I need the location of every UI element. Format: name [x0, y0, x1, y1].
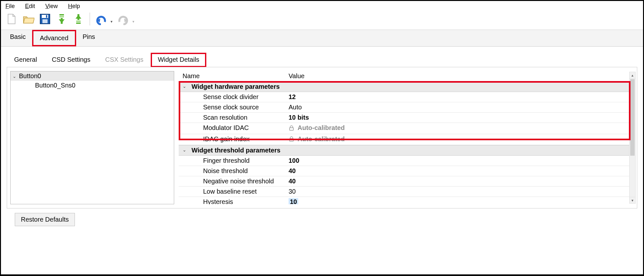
row-negative-noise-threshold[interactable]: Negative noise threshold 40 — [179, 176, 634, 187]
param-label: Sense clock divider — [179, 92, 285, 102]
param-value[interactable]: 40 — [285, 166, 634, 176]
menu-help[interactable]: Help — [68, 3, 80, 10]
row-sense-clock-source[interactable]: Sense clock source Auto — [179, 102, 634, 113]
content-area: General CSD Settings CSX Settings Widget… — [1, 47, 643, 214]
scroll-up-icon[interactable]: ▴ — [630, 72, 635, 78]
restore-defaults-button[interactable]: Restore Defaults — [15, 213, 75, 226]
param-value[interactable]: 100 — [285, 156, 634, 166]
tree-node-label: Button0 — [19, 72, 41, 80]
app-window: File Edit View Help ▾ ▾ Basic — [0, 0, 644, 276]
import-arrow-icon[interactable] — [55, 12, 68, 26]
param-label: Low baseline reset — [179, 187, 285, 197]
param-value: Auto-calibrated — [285, 123, 634, 134]
toolbar-separator — [90, 13, 90, 25]
tab-general[interactable]: General — [7, 52, 44, 67]
row-finger-threshold[interactable]: Finger threshold 100 — [179, 156, 634, 166]
grid-header-name: Name — [179, 71, 285, 81]
group-label: Widget hardware parameters — [179, 82, 285, 92]
param-value: Auto-calibrated — [285, 134, 634, 145]
group-hardware-parameters[interactable]: ⌄ Widget hardware parameters — [179, 81, 634, 92]
param-label: Scan resolution — [179, 113, 285, 123]
tree-node-label: Button0_Sns0 — [35, 82, 76, 89]
widget-details-panel: ⌄ Button0 Button0_Sns0 Name Value ⌄ — [7, 67, 637, 208]
param-label: Noise threshold — [179, 166, 285, 176]
chevron-down-icon[interactable]: ⌄ — [183, 147, 186, 152]
vertical-scrollbar[interactable]: ▴ ▾ — [629, 72, 636, 204]
chevron-down-icon[interactable]: ⌄ — [183, 84, 186, 89]
grid-body: ⌄ Widget hardware parameters Sense clock… — [179, 81, 634, 204]
tree-node-button0-sns0[interactable]: Button0_Sns0 — [11, 81, 174, 90]
property-grid: Name Value ⌄ Widget hardware parameters … — [179, 71, 634, 204]
lock-icon — [289, 136, 294, 142]
param-value[interactable]: 10 bits — [285, 113, 634, 123]
grid-header-value: Value — [285, 71, 634, 81]
param-label: IDAC gain index — [179, 134, 285, 145]
row-scan-resolution[interactable]: Scan resolution 10 bits — [179, 113, 634, 123]
tree-node-button0[interactable]: ⌄ Button0 — [11, 71, 174, 81]
new-file-icon[interactable] — [5, 12, 18, 26]
toolbar: ▾ ▾ — [1, 11, 643, 30]
param-value[interactable]: Auto — [285, 102, 634, 112]
svg-rect-7 — [76, 21, 81, 22]
tab-advanced[interactable]: Advanced — [32, 30, 76, 46]
row-sense-clock-divider[interactable]: Sense clock divider 12 — [179, 92, 634, 102]
outer-tab-bar: Basic Advanced Pins — [1, 30, 643, 47]
svg-rect-6 — [76, 23, 81, 24]
row-idac-gain-index[interactable]: IDAC gain index Auto-calibrated — [179, 134, 634, 145]
param-label: Finger threshold — [179, 156, 285, 166]
param-value[interactable]: 10 — [285, 197, 634, 204]
menubar: File Edit View Help — [1, 1, 643, 11]
row-low-baseline-reset[interactable]: Low baseline reset 30 — [179, 187, 634, 197]
menu-edit[interactable]: Edit — [25, 3, 35, 10]
svg-rect-3 — [46, 15, 47, 18]
tab-widget-details[interactable]: Widget Details — [151, 53, 206, 67]
save-icon[interactable] — [38, 12, 52, 26]
param-label: Negative noise threshold — [179, 176, 285, 186]
param-label: Modulator IDAC — [179, 123, 285, 134]
export-arrow-icon[interactable] — [72, 12, 85, 26]
lock-icon — [289, 125, 294, 131]
group-label: Widget threshold parameters — [179, 145, 285, 155]
svg-rect-8 — [290, 128, 293, 130]
menu-file[interactable]: File — [5, 3, 15, 10]
undo-icon[interactable] — [94, 12, 108, 26]
scroll-thumb[interactable] — [630, 79, 635, 156]
param-value[interactable]: 12 — [285, 92, 634, 102]
grid-header: Name Value — [179, 71, 634, 81]
tab-csd-settings[interactable]: CSD Settings — [44, 52, 98, 67]
restore-defaults-wrap: Restore Defaults — [15, 213, 75, 226]
scroll-down-icon[interactable]: ▾ — [630, 197, 635, 203]
redo-icon[interactable] — [116, 12, 130, 26]
tab-csx-settings: CSX Settings — [98, 52, 151, 67]
svg-rect-4 — [59, 14, 64, 15]
tab-pins[interactable]: Pins — [76, 30, 102, 46]
param-label: Sense clock source — [179, 102, 285, 112]
param-value[interactable]: 30 — [285, 187, 634, 197]
svg-rect-5 — [59, 16, 64, 17]
group-threshold-parameters[interactable]: ⌄ Widget threshold parameters — [179, 145, 634, 156]
svg-rect-2 — [42, 19, 48, 23]
param-value[interactable]: 40 — [285, 176, 634, 186]
chevron-down-icon[interactable]: ⌄ — [13, 74, 19, 79]
row-noise-threshold[interactable]: Noise threshold 40 — [179, 166, 634, 176]
bottom-border — [1, 274, 643, 275]
tab-basic[interactable]: Basic — [4, 30, 32, 46]
redo-dropdown-icon[interactable]: ▾ — [132, 19, 134, 24]
row-hysteresis[interactable]: Hysteresis 10 — [179, 197, 634, 204]
menu-view[interactable]: View — [45, 3, 58, 10]
undo-dropdown-icon[interactable]: ▾ — [111, 19, 112, 24]
inner-tab-bar: General CSD Settings CSX Settings Widget… — [7, 52, 637, 67]
row-modulator-idac[interactable]: Modulator IDAC Auto-calibrated — [179, 123, 634, 134]
param-label: Hysteresis — [179, 197, 285, 204]
widget-tree[interactable]: ⌄ Button0 Button0_Sns0 — [10, 71, 174, 204]
svg-rect-9 — [290, 139, 293, 141]
open-folder-icon[interactable] — [22, 12, 35, 26]
